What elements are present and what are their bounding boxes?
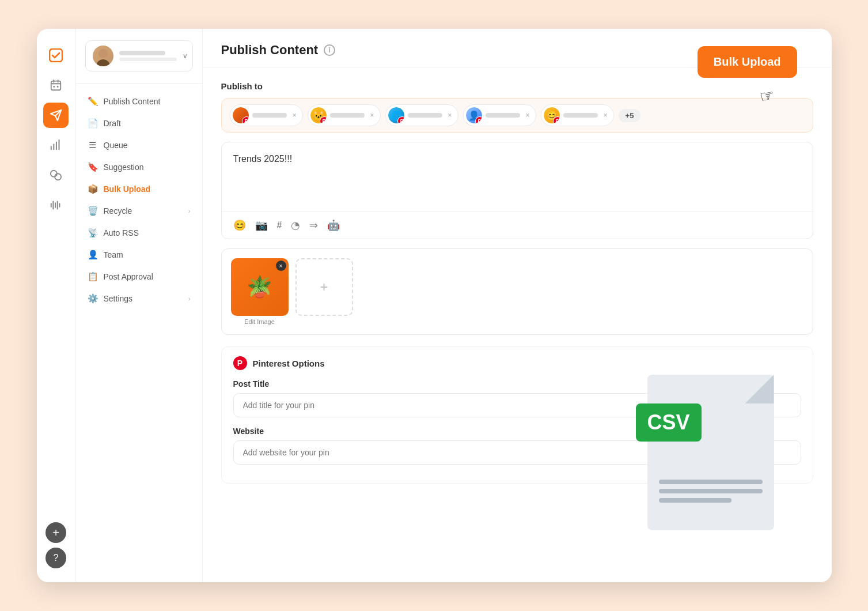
chip-close-1[interactable]: × (293, 111, 297, 119)
user-sub-bar (119, 58, 177, 61)
info-icon[interactable]: i (324, 44, 335, 56)
auto-rss-icon: 📡 (88, 228, 98, 238)
sidebar-item-label: Queue (104, 141, 128, 150)
account-chip-label-1 (252, 113, 287, 118)
svg-rect-3 (57, 86, 59, 88)
icon-bar: + ? (37, 29, 76, 582)
cursor-hand-icon: ☞ (758, 85, 775, 107)
user-selector[interactable]: ∨ (85, 40, 193, 71)
account-avatar-4: 👤 P (466, 107, 482, 123)
camera-toolbar-icon[interactable]: 📷 (255, 219, 268, 232)
avatar (93, 46, 113, 66)
account-chip-2: 🐱 P × (308, 104, 381, 126)
icon-bar-bottom: + ? (46, 522, 66, 568)
arrow-toolbar-icon[interactable]: ⇒ (309, 219, 318, 232)
sidebar-nav: ✏️ Publish Content 📄 Draft ☰ Queue 🔖 Sug… (76, 84, 202, 582)
analytics-icon[interactable] (43, 133, 69, 158)
user-name-bar (119, 51, 165, 55)
sidebar-item-label: Team (104, 250, 123, 259)
image-thumb-wrapper: 🪴 × Edit Image (231, 258, 289, 325)
add-button[interactable]: + (46, 522, 66, 543)
bulk-upload-button[interactable]: Bulk Upload (698, 46, 797, 78)
robot-toolbar-icon[interactable]: 🤖 (327, 219, 340, 232)
recycle-icon: 🗑️ (88, 206, 98, 216)
chart-toolbar-icon[interactable]: ◔ (291, 219, 300, 232)
pinterest-badge-2: P (320, 116, 327, 123)
chip-close-3[interactable]: × (448, 111, 452, 119)
svg-rect-0 (50, 49, 62, 62)
editor-body[interactable]: Trends 2025!!! (222, 142, 813, 212)
page-title: Publish Content i (221, 43, 336, 58)
help-button[interactable]: ? (46, 548, 66, 568)
publish-content-icon: ✏️ (88, 96, 98, 107)
text-editor: Trends 2025!!! 😊 📷 # ◔ ⇒ 🤖 (221, 142, 813, 239)
chevron-down-icon: ∨ (183, 52, 188, 60)
sidebar-item-team[interactable]: 👤 Team (76, 244, 202, 266)
app-container: + ? ∨ (37, 29, 832, 582)
account-chip-label-2 (330, 113, 365, 118)
account-chip-label-3 (408, 113, 442, 118)
sidebar-item-recycle[interactable]: 🗑️ Recycle › (76, 200, 202, 222)
editor-toolbar: 😊 📷 # ◔ ⇒ 🤖 (222, 212, 813, 239)
sidebar-item-queue[interactable]: ☰ Queue (76, 134, 202, 156)
sidebar-item-draft[interactable]: 📄 Draft (76, 112, 202, 134)
image-label: Edit Image (231, 318, 289, 325)
account-avatar-2: 🐱 P (310, 107, 327, 123)
csv-badge: CSV (636, 403, 702, 442)
pinterest-badge-4: P (475, 116, 482, 123)
image-close-button[interactable]: × (276, 261, 286, 271)
audio-icon[interactable] (43, 193, 69, 218)
avatar-image (93, 46, 113, 66)
account-chip-label-5 (563, 113, 598, 118)
bulk-upload-icon: 📦 (88, 184, 98, 194)
account-avatar-5: 😊 P (544, 107, 560, 123)
settings-icon: ⚙️ (88, 293, 98, 304)
csv-illustration: CSV (636, 375, 797, 559)
svg-point-6 (96, 59, 110, 66)
logo-icon[interactable] (43, 43, 69, 68)
image-thumb-1: 🪴 × (231, 258, 289, 316)
settings-arrow-icon: › (188, 295, 191, 302)
user-info (119, 51, 177, 61)
recycle-arrow-icon: › (188, 208, 191, 214)
draft-icon: 📄 (88, 118, 98, 129)
csv-line-1 (659, 480, 763, 484)
account-avatar-1: P (233, 107, 249, 123)
sidebar-item-post-approval[interactable]: 📋 Post Approval (76, 266, 202, 288)
sidebar-item-bulk-upload[interactable]: 📦 Bulk Upload (76, 178, 202, 200)
chat-icon[interactable] (43, 163, 69, 188)
calendar-icon[interactable] (43, 73, 69, 98)
sidebar-item-auto-rss[interactable]: 📡 Auto RSS (76, 222, 202, 244)
pinterest-badge-5: P (553, 116, 560, 123)
sidebar-item-label: Publish Content (104, 97, 161, 106)
chip-close-2[interactable]: × (370, 111, 374, 119)
sidebar-item-label: Auto RSS (104, 228, 139, 237)
pinterest-options-title: Pinterest Options (253, 359, 325, 368)
sidebar-header: ∨ (76, 29, 202, 84)
suggestion-icon: 🔖 (88, 162, 98, 172)
csv-doc-fold (745, 375, 774, 403)
sidebar-item-settings[interactable]: ⚙️ Settings › (76, 288, 202, 310)
sidebar-item-publish-content[interactable]: ✏️ Publish Content (76, 90, 202, 112)
sidebar-item-label: Draft (104, 119, 121, 128)
chip-close-4[interactable]: × (526, 111, 530, 119)
image-add-button[interactable]: + (295, 258, 353, 316)
svg-rect-2 (53, 86, 55, 88)
sidebar-item-suggestion[interactable]: 🔖 Suggestion (76, 156, 202, 178)
account-chip-5: 😊 P × (541, 104, 614, 126)
publish-icon[interactable] (43, 103, 69, 128)
hashtag-toolbar-icon[interactable]: # (277, 220, 282, 231)
svg-point-5 (55, 174, 61, 180)
publish-to-label: Publish to (221, 81, 813, 91)
more-accounts-badge[interactable]: +5 (619, 109, 641, 122)
chip-close-5[interactable]: × (604, 111, 608, 119)
plant-icon: 🪴 (247, 275, 272, 299)
account-chip-label-4 (486, 113, 520, 118)
queue-icon: ☰ (88, 140, 98, 150)
sidebar: ∨ ✏️ Publish Content 📄 Draft ☰ Queue 🔖 S… (76, 29, 203, 582)
pinterest-logo-icon: P (233, 356, 247, 370)
svg-point-7 (98, 49, 108, 58)
emoji-toolbar-icon[interactable]: 😊 (233, 219, 246, 232)
sidebar-item-label: Suggestion (104, 163, 144, 172)
csv-line-3 (659, 498, 731, 503)
